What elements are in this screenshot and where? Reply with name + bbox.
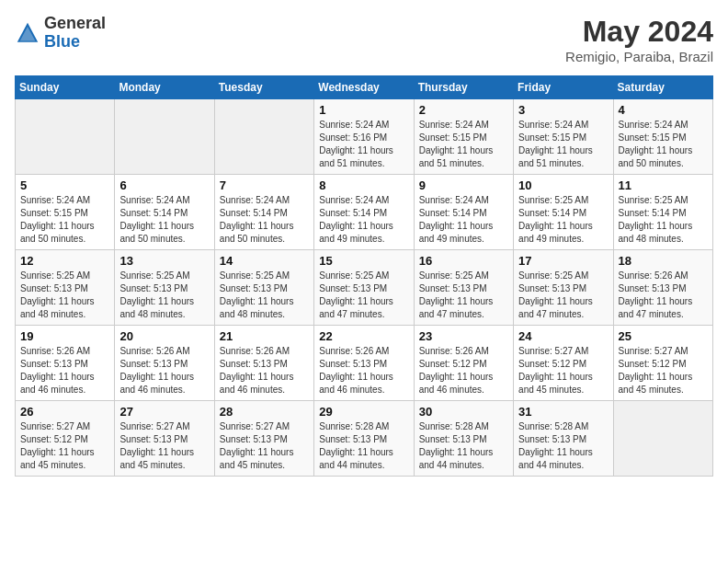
calendar-cell: 8Sunrise: 5:24 AMSunset: 5:14 PMDaylight… (314, 175, 414, 250)
day-number: 21 (220, 329, 309, 343)
calendar-cell: 31Sunrise: 5:28 AMSunset: 5:13 PMDayligh… (514, 401, 613, 477)
location-title: Remigio, Paraiba, Brazil (565, 49, 713, 64)
calendar-cell: 23Sunrise: 5:26 AMSunset: 5:12 PMDayligh… (414, 326, 513, 401)
month-title: May 2024 (565, 15, 713, 49)
day-of-week-header: Thursday (414, 76, 513, 99)
calendar-cell (115, 99, 214, 175)
day-info: Sunrise: 5:27 AMSunset: 5:13 PMDaylight:… (119, 420, 209, 472)
week-row: 19Sunrise: 5:26 AMSunset: 5:13 PMDayligh… (16, 326, 713, 401)
week-row: 5Sunrise: 5:24 AMSunset: 5:15 PMDaylight… (16, 175, 713, 250)
day-of-week-header: Wednesday (314, 76, 414, 99)
day-number: 29 (319, 405, 408, 419)
calendar-cell: 19Sunrise: 5:26 AMSunset: 5:13 PMDayligh… (16, 326, 115, 401)
day-info: Sunrise: 5:27 AMSunset: 5:12 PMDaylight:… (619, 345, 708, 396)
day-info: Sunrise: 5:25 AMSunset: 5:13 PMDaylight:… (518, 270, 608, 321)
calendar-cell: 22Sunrise: 5:26 AMSunset: 5:13 PMDayligh… (314, 326, 414, 401)
day-number: 25 (619, 329, 708, 343)
day-of-week-header: Saturday (613, 76, 712, 99)
logo-text: General Blue (44, 15, 106, 52)
calendar-cell: 27Sunrise: 5:27 AMSunset: 5:13 PMDayligh… (115, 401, 214, 477)
day-info: Sunrise: 5:24 AMSunset: 5:14 PMDaylight:… (119, 194, 209, 246)
day-number: 28 (220, 405, 309, 419)
day-info: Sunrise: 5:24 AMSunset: 5:15 PMDaylight:… (518, 119, 608, 170)
day-number: 16 (419, 254, 508, 268)
day-info: Sunrise: 5:24 AMSunset: 5:15 PMDaylight:… (20, 194, 109, 246)
calendar-cell: 3Sunrise: 5:24 AMSunset: 5:15 PMDaylight… (514, 99, 613, 175)
day-number: 6 (119, 178, 209, 192)
day-info: Sunrise: 5:28 AMSunset: 5:13 PMDaylight:… (319, 420, 408, 472)
calendar-cell: 7Sunrise: 5:24 AMSunset: 5:14 PMDaylight… (214, 175, 313, 250)
day-number: 18 (619, 254, 708, 268)
day-number: 24 (518, 329, 608, 343)
day-info: Sunrise: 5:24 AMSunset: 5:14 PMDaylight:… (319, 194, 408, 246)
calendar-cell: 13Sunrise: 5:25 AMSunset: 5:13 PMDayligh… (115, 250, 214, 326)
logo: General Blue (15, 15, 106, 52)
calendar-table: SundayMondayTuesdayWednesdayThursdayFrid… (15, 75, 713, 477)
day-info: Sunrise: 5:25 AMSunset: 5:13 PMDaylight:… (419, 270, 508, 321)
day-info: Sunrise: 5:26 AMSunset: 5:12 PMDaylight:… (419, 345, 508, 396)
calendar-cell: 26Sunrise: 5:27 AMSunset: 5:12 PMDayligh… (16, 401, 115, 477)
day-number: 22 (319, 329, 408, 343)
day-info: Sunrise: 5:26 AMSunset: 5:13 PMDaylight:… (20, 345, 109, 396)
calendar-cell: 1Sunrise: 5:24 AMSunset: 5:16 PMDaylight… (314, 99, 414, 175)
day-number: 23 (419, 329, 508, 343)
calendar-cell: 24Sunrise: 5:27 AMSunset: 5:12 PMDayligh… (514, 326, 613, 401)
day-number: 30 (419, 405, 508, 419)
week-row: 1Sunrise: 5:24 AMSunset: 5:16 PMDaylight… (16, 99, 713, 175)
day-info: Sunrise: 5:24 AMSunset: 5:14 PMDaylight:… (419, 194, 508, 246)
calendar-cell: 28Sunrise: 5:27 AMSunset: 5:13 PMDayligh… (214, 401, 313, 477)
calendar-cell: 29Sunrise: 5:28 AMSunset: 5:13 PMDayligh… (314, 401, 414, 477)
day-number: 7 (220, 178, 309, 192)
calendar-cell: 12Sunrise: 5:25 AMSunset: 5:13 PMDayligh… (16, 250, 115, 326)
day-number: 5 (20, 178, 109, 192)
day-number: 14 (220, 254, 309, 268)
day-number: 17 (518, 254, 608, 268)
calendar-cell: 11Sunrise: 5:25 AMSunset: 5:14 PMDayligh… (613, 175, 712, 250)
day-number: 31 (518, 405, 608, 419)
calendar-cell: 6Sunrise: 5:24 AMSunset: 5:14 PMDaylight… (115, 175, 214, 250)
day-info: Sunrise: 5:26 AMSunset: 5:13 PMDaylight:… (119, 345, 209, 396)
day-number: 2 (419, 103, 508, 117)
day-number: 20 (119, 329, 209, 343)
day-number: 8 (319, 178, 408, 192)
day-of-week-header: Tuesday (214, 76, 313, 99)
calendar-cell (16, 99, 115, 175)
day-of-week-header: Sunday (16, 76, 115, 99)
header: General Blue May 2024 Remigio, Paraiba, … (15, 15, 713, 64)
calendar-cell (214, 99, 313, 175)
day-info: Sunrise: 5:24 AMSunset: 5:15 PMDaylight:… (619, 119, 708, 170)
day-number: 10 (518, 178, 608, 192)
day-number: 26 (20, 405, 109, 419)
calendar-cell: 10Sunrise: 5:25 AMSunset: 5:14 PMDayligh… (514, 175, 613, 250)
calendar-cell: 25Sunrise: 5:27 AMSunset: 5:12 PMDayligh… (613, 326, 712, 401)
logo-icon (15, 20, 40, 46)
day-number: 12 (20, 254, 109, 268)
calendar-cell: 17Sunrise: 5:25 AMSunset: 5:13 PMDayligh… (514, 250, 613, 326)
day-info: Sunrise: 5:26 AMSunset: 5:13 PMDaylight:… (319, 345, 408, 396)
day-number: 3 (518, 103, 608, 117)
calendar-cell: 5Sunrise: 5:24 AMSunset: 5:15 PMDaylight… (16, 175, 115, 250)
week-row: 12Sunrise: 5:25 AMSunset: 5:13 PMDayligh… (16, 250, 713, 326)
calendar-cell: 18Sunrise: 5:26 AMSunset: 5:13 PMDayligh… (613, 250, 712, 326)
day-info: Sunrise: 5:24 AMSunset: 5:16 PMDaylight:… (319, 119, 408, 170)
calendar-cell: 30Sunrise: 5:28 AMSunset: 5:13 PMDayligh… (414, 401, 513, 477)
day-number: 4 (619, 103, 708, 117)
day-number: 27 (119, 405, 209, 419)
week-row: 26Sunrise: 5:27 AMSunset: 5:12 PMDayligh… (16, 401, 713, 477)
calendar-cell: 14Sunrise: 5:25 AMSunset: 5:13 PMDayligh… (214, 250, 313, 326)
day-number: 15 (319, 254, 408, 268)
day-number: 9 (419, 178, 508, 192)
day-info: Sunrise: 5:27 AMSunset: 5:13 PMDaylight:… (220, 420, 309, 472)
day-of-week-header: Friday (514, 76, 613, 99)
day-number: 13 (119, 254, 209, 268)
day-info: Sunrise: 5:26 AMSunset: 5:13 PMDaylight:… (619, 270, 708, 321)
calendar-cell: 2Sunrise: 5:24 AMSunset: 5:15 PMDaylight… (414, 99, 513, 175)
day-info: Sunrise: 5:25 AMSunset: 5:13 PMDaylight:… (119, 270, 209, 321)
day-info: Sunrise: 5:28 AMSunset: 5:13 PMDaylight:… (518, 420, 608, 472)
day-info: Sunrise: 5:25 AMSunset: 5:13 PMDaylight:… (220, 270, 309, 321)
day-info: Sunrise: 5:26 AMSunset: 5:13 PMDaylight:… (220, 345, 309, 396)
day-info: Sunrise: 5:24 AMSunset: 5:15 PMDaylight:… (419, 119, 508, 170)
day-info: Sunrise: 5:25 AMSunset: 5:14 PMDaylight:… (518, 194, 608, 246)
day-number: 19 (20, 329, 109, 343)
day-info: Sunrise: 5:25 AMSunset: 5:13 PMDaylight:… (20, 270, 109, 321)
